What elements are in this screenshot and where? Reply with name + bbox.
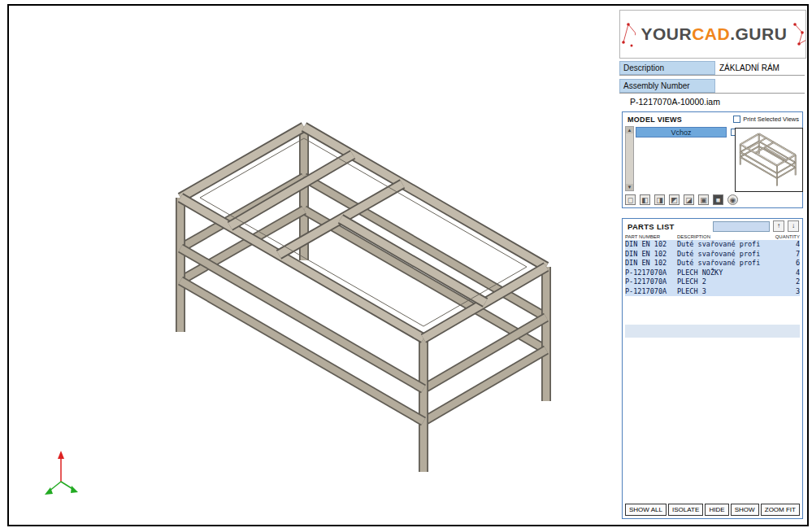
model-views-title: MODEL VIEWS [627, 116, 733, 124]
isolate-button[interactable]: ISOLATE [668, 504, 703, 516]
quantity-cell: 4 [771, 240, 800, 250]
logo: YOURCAD.GURU [619, 10, 806, 59]
scroll-down-icon[interactable]: ▼ [626, 184, 633, 190]
view-orbit-icon[interactable]: ◉ [727, 194, 738, 205]
part-number-cell: P-1217070A [625, 277, 677, 287]
description-row: Description ZÁKLADNÍ RÁM [619, 61, 805, 76]
view-iso-icon[interactable]: ■ [713, 194, 723, 205]
table-row[interactable]: P-1217070A PLECH NOŽKY 4 [625, 268, 800, 278]
table-row[interactable]: DIN EN 102 Duté svařované profi 7 [625, 250, 800, 260]
part-number-cell: DIN EN 102 [625, 250, 677, 260]
hide-button[interactable]: HIDE [705, 504, 728, 516]
view-back-icon[interactable]: ▣ [698, 194, 709, 205]
parts-list-panel: PARTS LIST ↑ ↓ PART NUMBER DESCRIPTION Q… [622, 218, 803, 519]
parts-search-input[interactable] [713, 221, 770, 232]
origin-triad-icon [45, 451, 78, 495]
table-row[interactable]: P-1217070A PLECH 2 2 [625, 277, 800, 287]
quantity-cell: 4 [771, 268, 800, 278]
zoom-fit-button[interactable]: ZOOM FIT [761, 504, 800, 516]
parts-list-title: PARTS LIST [627, 222, 710, 231]
description-cell: Duté svařované profi [677, 240, 771, 250]
description-cell: PLECH 2 [677, 277, 771, 287]
quantity-cell: 2 [771, 277, 800, 287]
logo-constellation-left-icon [620, 18, 636, 50]
view-top-icon[interactable]: ◧ [640, 194, 650, 205]
scroll-up-icon[interactable]: ▲ [626, 127, 633, 133]
description-cell: Duté svařované profi [677, 259, 771, 268]
drawing-sheet: YOURCAD.GURU Description ZÁKLADNÍ RÁM As… [0, 0, 812, 528]
model-views-panel: MODEL VIEWS Print Selected Views ▲ ▼ Vch… [622, 111, 803, 208]
column-part-number: PART NUMBER [625, 234, 677, 239]
sort-ascending-icon[interactable]: ↑ [773, 220, 784, 232]
parts-list-column-headers: PART NUMBER DESCRIPTION QUANTITY [623, 233, 802, 240]
part-number-cell: DIN EN 102 [625, 240, 677, 250]
quantity-cell: 3 [771, 287, 800, 297]
parts-list-empty-strip [625, 325, 800, 338]
column-quantity: QUANTITY [771, 234, 800, 239]
assembly-number-row: Assembly Number [619, 79, 805, 94]
view-orientation-toolbar: ◻ ◧ ◨ ◩ ◪ ▣ ■ ◉ [625, 194, 738, 205]
column-description: DESCRIPTION [677, 234, 771, 239]
quantity-cell: 7 [771, 250, 800, 260]
part-number-cell: DIN EN 102 [625, 259, 677, 268]
quantity-cell: 6 [771, 259, 800, 268]
print-selected-views-checkbox[interactable] [733, 116, 740, 123]
assembly-number-label: Assembly Number [619, 79, 715, 93]
table-row[interactable]: DIN EN 102 Duté svařované profi 4 [625, 240, 800, 250]
view-default-icon[interactable]: ◻ [625, 194, 636, 205]
part-number-cell: P-1217070A [625, 287, 677, 297]
view-front-icon[interactable]: ◨ [654, 194, 665, 205]
part-number-cell: P-1217070A [625, 268, 677, 278]
sort-descending-icon[interactable]: ↓ [788, 220, 799, 232]
description-label: Description [619, 61, 715, 75]
model-view-item-vchoz[interactable]: Vchoz [636, 127, 727, 137]
model-view-thumbnail[interactable] [735, 128, 803, 192]
model-views-header: MODEL VIEWS Print Selected Views [623, 112, 802, 125]
frame-3d-model [180, 127, 546, 472]
logo-constellation-right-icon [792, 18, 805, 50]
view-left-icon[interactable]: ◪ [684, 194, 694, 205]
print-selected-views-label: Print Selected Views [743, 116, 799, 123]
view-right-icon[interactable]: ◩ [669, 194, 680, 205]
logo-text: YOURCAD.GURU [641, 24, 788, 44]
assembly-number-value [715, 79, 805, 93]
model-views-scrollbar[interactable]: ▲ ▼ [625, 126, 634, 191]
description-cell: PLECH 3 [677, 287, 771, 297]
parts-list-rows: DIN EN 102 Duté svařované profi 4 DIN EN… [623, 240, 802, 296]
description-value: ZÁKLADNÍ RÁM [715, 61, 805, 75]
show-button[interactable]: SHOW [731, 504, 759, 516]
model-3d-view[interactable] [10, 7, 618, 524]
show-all-button[interactable]: SHOW ALL [625, 504, 667, 516]
description-cell: PLECH NOŽKY [677, 268, 771, 278]
parts-list-header: PARTS LIST ↑ ↓ [623, 219, 802, 233]
table-row[interactable]: P-1217070A PLECH 3 3 [625, 287, 800, 297]
table-row[interactable]: DIN EN 102 Duté svařované profi 6 [625, 259, 800, 268]
parts-actions-toolbar: SHOW ALL ISOLATE HIDE SHOW ZOOM FIT [625, 504, 800, 516]
assembly-file-name: P-1217070A-10000.iam [630, 97, 720, 107]
description-cell: Duté svařované profi [677, 250, 771, 260]
